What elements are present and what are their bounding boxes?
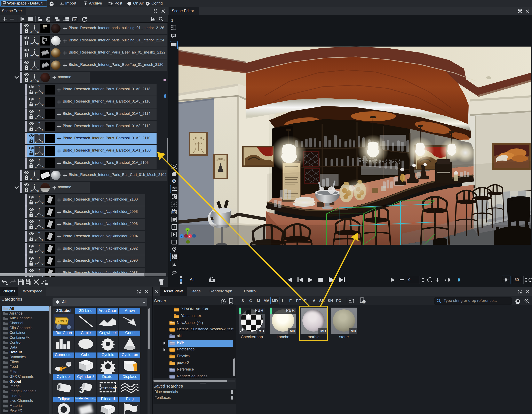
svg-text:G: G: [74, 18, 76, 21]
svg-text:TEXT-CRAWL: TEXT-CRAWL: [101, 386, 118, 390]
svg-text:Y: Y: [38, 269, 40, 271]
svg-text:X: X: [37, 67, 39, 70]
svg-text:Y: Y: [38, 220, 40, 222]
svg-text:X: X: [37, 31, 39, 33]
svg-text:X: X: [42, 104, 44, 107]
svg-text:Z: Z: [35, 129, 37, 131]
svg-text:Y: Y: [34, 36, 35, 39]
svg-text:Y: Y: [34, 171, 35, 174]
svg-text:Y: Y: [38, 256, 40, 259]
svg-text:Y: Y: [38, 122, 40, 125]
svg-text:Y: Y: [38, 110, 40, 112]
svg-text:Y: Y: [34, 183, 35, 186]
svg-text:X: X: [42, 116, 44, 119]
svg-text:Y: Y: [38, 85, 40, 88]
svg-text:Z: Z: [30, 67, 32, 70]
svg-text:Z: Z: [30, 55, 32, 58]
svg-text:Z: Z: [30, 80, 32, 82]
svg-text:Z: Z: [35, 214, 37, 217]
svg-text:X: X: [42, 214, 44, 217]
svg-text:Y: Y: [38, 97, 40, 100]
svg-text:Z: Z: [35, 226, 37, 229]
svg-text:X: X: [37, 177, 39, 180]
svg-text:X: X: [42, 239, 44, 241]
svg-text:X: X: [37, 55, 39, 58]
svg-text:Z: Z: [35, 239, 37, 241]
svg-text:X: X: [42, 141, 44, 143]
svg-text:X: X: [37, 80, 39, 82]
svg-text:X: X: [42, 263, 44, 266]
svg-text:X: X: [37, 43, 39, 46]
svg-text:HS: HS: [172, 211, 176, 214]
svg-text:Y: Y: [34, 73, 35, 76]
svg-text:Y: Y: [38, 195, 40, 198]
svg-text:Z: Z: [30, 31, 32, 33]
svg-text:z: z: [181, 235, 182, 238]
svg-text:Y: Y: [38, 134, 40, 137]
svg-text:Y: Y: [38, 232, 40, 235]
svg-text:P: P: [173, 180, 175, 182]
svg-text:Y: Y: [34, 61, 35, 63]
svg-text:Y: Y: [38, 244, 40, 247]
svg-text:X: X: [42, 165, 44, 168]
svg-text:Z: Z: [30, 177, 32, 180]
svg-text:Z: Z: [30, 43, 32, 46]
svg-text:Z: Z: [35, 165, 37, 168]
svg-text:X: X: [42, 129, 44, 131]
svg-text:X: X: [42, 202, 44, 205]
svg-text:Z: Z: [35, 263, 37, 266]
svg-text:Y: Y: [34, 24, 35, 27]
svg-text:Y: Y: [38, 146, 40, 149]
svg-text:X: X: [42, 226, 44, 229]
svg-text:Z: Z: [35, 104, 37, 107]
svg-text:Z: Z: [35, 153, 37, 156]
svg-text:3: 3: [79, 385, 84, 395]
svg-text:Z: Z: [30, 190, 32, 192]
svg-text:Z: Z: [35, 141, 37, 143]
svg-text:x: x: [189, 235, 190, 238]
svg-text:X: X: [42, 251, 44, 254]
svg-text:X: X: [42, 153, 44, 156]
svg-text:X: X: [42, 92, 44, 94]
svg-text:Z: Z: [35, 92, 37, 94]
svg-text:y: y: [187, 228, 188, 231]
svg-text:X: X: [37, 190, 39, 192]
svg-text:Z: Z: [35, 202, 37, 205]
svg-text:DRID: DRID: [58, 319, 67, 323]
svg-text:Y: Y: [38, 208, 40, 210]
svg-text:Z: Z: [35, 116, 37, 119]
svg-text:Z: Z: [35, 251, 37, 254]
svg-text:Y: Y: [38, 158, 40, 161]
svg-text:Y: Y: [34, 48, 35, 51]
